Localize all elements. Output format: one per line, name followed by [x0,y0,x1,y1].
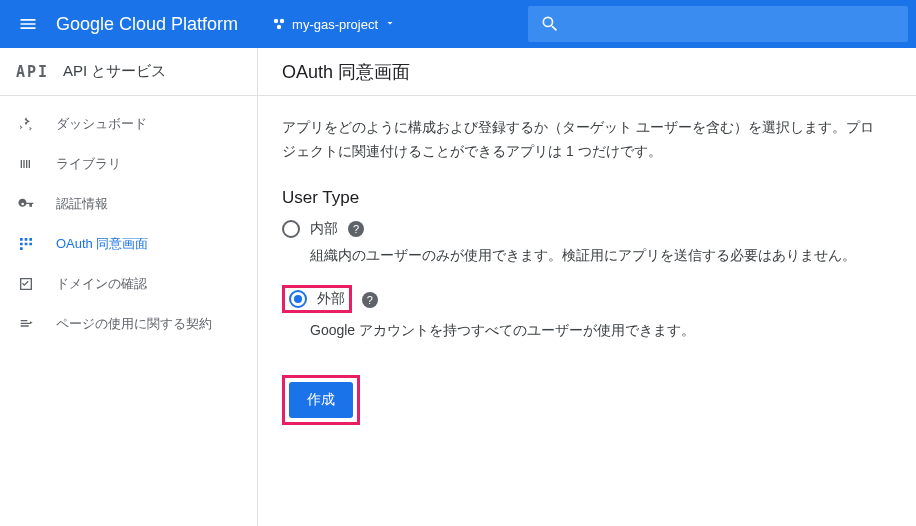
help-icon[interactable]: ? [348,221,364,237]
top-bar: Google Cloud Platform my-gas-project [0,0,916,48]
project-picker[interactable]: my-gas-project [262,10,406,38]
sidebar-header: API API とサービス [0,48,257,96]
search-input[interactable] [528,6,908,42]
radio-external[interactable] [289,290,307,308]
help-icon[interactable]: ? [362,292,378,308]
create-highlight: 作成 [282,375,360,425]
consent-icon [16,236,36,252]
sidebar-item-dashboard[interactable]: ダッシュボード [0,104,257,144]
radio-internal-label: 内部 [310,220,338,238]
dashboard-icon [16,116,36,132]
radio-internal[interactable] [282,220,300,238]
create-button[interactable]: 作成 [289,382,353,418]
radio-internal-row: 内部 ? [282,220,874,238]
sidebar-item-oauth-consent[interactable]: OAuth 同意画面 [0,224,257,264]
platform-logo[interactable]: Google Cloud Platform [56,14,238,35]
internal-description: 組織内のユーザーのみが使用できます。検証用にアプリを送信する必要はありません。 [310,244,874,268]
search-icon [540,14,560,34]
sidebar-item-label: ダッシュボード [56,115,147,133]
sidebar-title: API とサービス [63,62,166,81]
main-header: OAuth 同意画面 [258,48,916,96]
svg-point-0 [274,19,278,23]
sidebar: API API とサービス ダッシュボード ライブラリ 認証情報 OAuth 同… [0,48,258,526]
key-icon [16,196,36,212]
page-title: OAuth 同意画面 [282,60,410,84]
sidebar-item-library[interactable]: ライブラリ [0,144,257,184]
library-icon [16,156,36,172]
svg-point-1 [280,19,284,23]
sidebar-item-label: OAuth 同意画面 [56,235,148,253]
svg-point-2 [277,25,281,29]
sidebar-nav: ダッシュボード ライブラリ 認証情報 OAuth 同意画面 ドメインの確認 ペー… [0,96,257,344]
project-icon [272,17,286,31]
sidebar-item-label: ライブラリ [56,155,121,173]
sidebar-item-label: ドメインの確認 [56,275,147,293]
agreement-icon [16,316,36,332]
api-badge: API [16,63,49,81]
sidebar-item-domain-verification[interactable]: ドメインの確認 [0,264,257,304]
radio-external-label: 外部 [317,290,345,308]
user-type-heading: User Type [282,188,874,208]
main-content: OAuth 同意画面 アプリをどのように構成および登録するか（ターゲット ユーザ… [258,48,916,526]
sidebar-item-label: 認証情報 [56,195,108,213]
sidebar-item-page-usage[interactable]: ページの使用に関する契約 [0,304,257,344]
external-highlight: 外部 [282,285,352,313]
menu-icon[interactable] [8,4,48,44]
intro-text: アプリをどのように構成および登録するか（ターゲット ユーザーを含む）を選択します… [282,116,874,164]
sidebar-item-credentials[interactable]: 認証情報 [0,184,257,224]
sidebar-item-label: ページの使用に関する契約 [56,315,212,333]
external-description: Google アカウントを持つすべてのユーザーが使用できます。 [310,319,874,343]
dropdown-icon [384,16,396,32]
project-name: my-gas-project [292,17,378,32]
check-icon [16,276,36,292]
